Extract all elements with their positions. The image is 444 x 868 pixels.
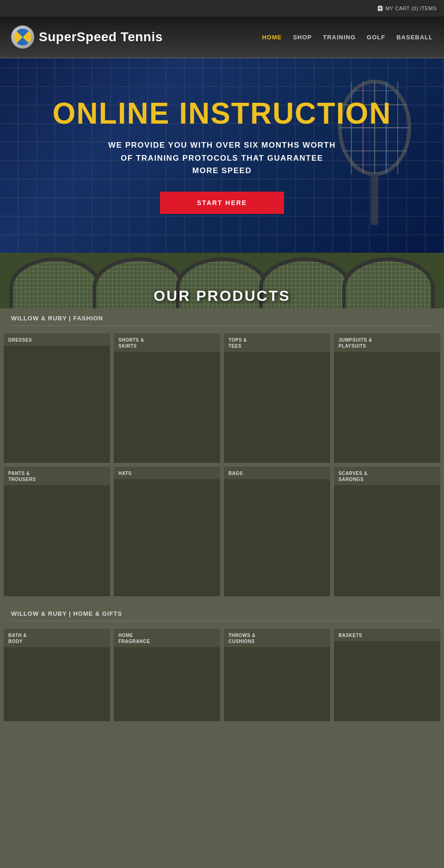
bottom-spacer [0,721,444,814]
product-label-pants-trousers: PANTS &TROUSERS [4,467,110,485]
product-img-throws-cushions [224,647,330,721]
product-card-jumpsuits[interactable]: JUMPSUITS &PLAYSUITS [334,333,440,463]
fashion-section-label: WILLOW & RUBY | FASHION [0,308,444,325]
product-card-bath-body[interactable]: BATH &BODY [4,629,110,721]
logo-area: SuperSpeed Tennis [11,25,163,49]
home-gifts-section: WILLOW & RUBY | HOME & GIFTS BATH &BODY … [0,604,444,721]
main-nav: HOME SHOP TRAINING GOLF BASEBALL [262,34,433,41]
product-label-bath-body: BATH &BODY [4,629,110,647]
product-card-home-fragrance[interactable]: HOMEFRAGRANCE [114,629,220,721]
product-label-home-fragrance: HOMEFRAGRANCE [114,629,220,647]
product-label-jumpsuits: JUMPSUITS &PLAYSUITS [334,333,440,352]
cart-link[interactable]: MY CART (0) ITEMS [377,5,437,12]
logo-icon [11,25,34,49]
cart-text: MY CART (0) ITEMS [385,6,437,11]
product-label-hats: HATS [114,467,220,479]
product-img-bath-body [4,647,110,721]
product-label-baskets: BASKETS [334,629,440,641]
product-card-baskets[interactable]: BASKETS [334,629,440,721]
product-img-home-fragrance [114,647,220,721]
nav-baseball[interactable]: BASEBALL [396,34,433,41]
product-card-bags[interactable]: BAGS [224,467,330,596]
product-label-throws-cushions: THROWS &CUSHIONS [224,629,330,647]
product-label-shorts-skirts: SHORTS &SKIRTS [114,333,220,352]
product-img-tops-tees [224,352,330,463]
product-img-shorts-skirts [114,352,220,463]
logo-circle [11,25,34,49]
nav-shop[interactable]: SHOP [293,34,312,41]
product-img-scarves-sarongs [334,485,440,596]
product-label-scarves-sarongs: SCARVES &SARONGS [334,467,440,485]
product-img-pants-trousers [4,485,110,596]
nav-golf[interactable]: GOLF [367,34,385,41]
hero-section: ONLINE INSTRUCTION WE PROVIDE YOU WITH O… [0,58,444,253]
nav-home[interactable]: HOME [262,34,282,41]
start-here-button[interactable]: START HERE [160,192,284,214]
product-label-dresses: DRESSES [4,333,110,346]
home-gifts-product-grid: BATH &BODY HOMEFRAGRANCE THROWS &CUSHION… [0,621,444,721]
product-img-bags [224,479,330,596]
home-gifts-section-label: WILLOW & RUBY | HOME & GIFTS [0,604,444,621]
product-card-hats[interactable]: HATS [114,467,220,596]
nav-training[interactable]: TRAINING [323,34,356,41]
site-title: SuperSpeed Tennis [39,30,163,44]
header: SuperSpeed Tennis HOME SHOP TRAINING GOL… [0,17,444,58]
product-card-dresses[interactable]: DRESSES [4,333,110,463]
hero-content: ONLINE INSTRUCTION WE PROVIDE YOU WITH O… [53,97,392,214]
product-card-shorts-skirts[interactable]: SHORTS &SKIRTS [114,333,220,463]
hero-title: ONLINE INSTRUCTION [53,97,392,130]
hero-subtitle: WE PROVIDE YOU WITH OVER SIX MONTHS WORT… [106,139,338,177]
product-label-tops-tees: TOPS &TEES [224,333,330,352]
cart-icon [377,5,383,12]
product-img-dresses [4,346,110,463]
product-label-bags: BAGS [224,467,330,479]
product-card-scarves-sarongs[interactable]: SCARVES &SARONGS [334,467,440,596]
product-img-baskets [334,641,440,721]
product-card-tops-tees[interactable]: TOPS &TEES [224,333,330,463]
products-banner: OUR PRODUCTS [0,253,444,308]
product-card-pants-trousers[interactable]: PANTS &TROUSERS [4,467,110,596]
product-img-jumpsuits [334,352,440,463]
product-card-throws-cushions[interactable]: THROWS &CUSHIONS [224,629,330,721]
products-section-title: OUR PRODUCTS [0,287,444,305]
top-bar: MY CART (0) ITEMS [0,0,444,17]
product-img-hats [114,479,220,596]
fashion-product-grid: DRESSES SHORTS &SKIRTS TOPS &TEES JUMPSU… [0,326,444,604]
